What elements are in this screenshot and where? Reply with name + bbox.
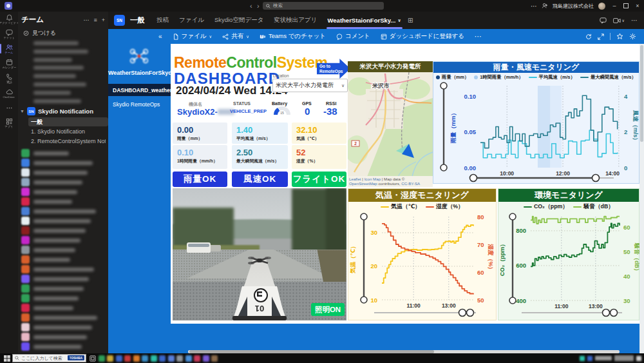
ok-button-0[interactable]: 雨量OK bbox=[173, 172, 227, 187]
tab-Skydio空間データ[interactable]: Skydio空間データ bbox=[209, 12, 269, 29]
rail-item-apps[interactable]: アプリ bbox=[0, 115, 18, 130]
taskbar-app-icon[interactable] bbox=[107, 355, 113, 362]
taskbar-app-icon[interactable] bbox=[203, 355, 209, 362]
taskbar-app-icon[interactable] bbox=[151, 355, 157, 362]
rail-item-more[interactable] bbox=[0, 101, 18, 115]
open-chat-icon[interactable] bbox=[600, 17, 607, 24]
y-range-slider-handle[interactable] bbox=[509, 213, 516, 220]
blurred-team-item[interactable] bbox=[21, 246, 75, 254]
taskbar-app-icon[interactable] bbox=[124, 355, 131, 362]
y-range-slider-handle[interactable] bbox=[509, 297, 516, 304]
nav-forward-icon[interactable]: › bbox=[257, 0, 260, 12]
favorite-star-icon[interactable] bbox=[616, 33, 623, 40]
x-range-slider-handle[interactable] bbox=[459, 309, 466, 317]
light-on-button[interactable]: 照明ON bbox=[311, 303, 345, 316]
toolbar-more[interactable]: ⋯ bbox=[475, 32, 482, 41]
task-view-icon[interactable] bbox=[90, 355, 96, 362]
tab-WeatherStaionForSky...[interactable]: WeatherStaionForSky...∨ bbox=[323, 12, 406, 29]
tab-ファイル[interactable]: ファイル bbox=[174, 12, 209, 29]
titlebar-more-icon[interactable]: ⋯ bbox=[531, 3, 537, 10]
teams-more-icon[interactable]: ⋯ bbox=[83, 17, 89, 23]
meet-camera-icon[interactable] bbox=[613, 17, 621, 24]
taskbar-app-icon[interactable] bbox=[211, 355, 218, 362]
taskbar-app-icon[interactable] bbox=[133, 355, 140, 362]
blurred-team-item[interactable] bbox=[21, 168, 88, 177]
fullscreen-icon[interactable] bbox=[598, 34, 604, 40]
tab-投稿[interactable]: 投稿 bbox=[151, 12, 174, 29]
avatar[interactable] bbox=[598, 3, 605, 10]
create-team-icon[interactable]: + bbox=[102, 17, 105, 23]
location-select[interactable]: 米沢大平小水力発電所 ∨ bbox=[272, 79, 348, 92]
notification-center-icon[interactable] bbox=[636, 356, 641, 361]
taskbar-app-icon[interactable] bbox=[185, 355, 192, 362]
taskbar-app-icon[interactable] bbox=[159, 355, 166, 362]
nav-back-icon[interactable]: ‹ bbox=[250, 0, 252, 12]
blurred-team-item[interactable] bbox=[21, 217, 91, 225]
blurred-team-item[interactable] bbox=[21, 323, 92, 331]
y-range-slider-handle[interactable] bbox=[440, 83, 447, 89]
tabbar-more-icon[interactable]: ⋯ bbox=[631, 17, 638, 24]
blurred-team-item[interactable] bbox=[21, 342, 82, 351]
taskbar-app-icon[interactable] bbox=[116, 355, 122, 362]
settings-gear-icon[interactable] bbox=[629, 33, 636, 40]
maximize-button[interactable] bbox=[623, 3, 629, 8]
minimize-button[interactable]: – bbox=[610, 3, 619, 9]
blurred-team-item[interactable] bbox=[21, 304, 73, 312]
blurred-team-item[interactable] bbox=[21, 284, 84, 293]
y-range-slider-handle[interactable] bbox=[440, 164, 447, 171]
rail-item-onedrive[interactable]: OneDrive bbox=[0, 86, 18, 101]
blurred-team-item[interactable] bbox=[21, 313, 97, 322]
add-person-icon[interactable] bbox=[542, 3, 548, 9]
close-button[interactable]: × bbox=[633, 3, 642, 9]
tray-icon[interactable] bbox=[587, 356, 592, 361]
rail-item-activity[interactable]: アクティビティ bbox=[0, 12, 18, 26]
rail-item-teams[interactable]: チーム bbox=[0, 41, 18, 56]
add-tab-icon[interactable]: ⊞ bbox=[408, 17, 413, 24]
blurred-team-item[interactable] bbox=[21, 149, 69, 157]
sidebar-item-dashboard[interactable]: DASHBOARD_weather_stati... bbox=[108, 84, 171, 96]
blurred-team-item[interactable] bbox=[21, 236, 80, 244]
taskbar-app-icon[interactable] bbox=[168, 355, 175, 362]
toolbar-file-menu[interactable]: ファイル∨ bbox=[173, 32, 213, 41]
taskbar-search-input[interactable]: ここに入力して検索 TOSHIBA bbox=[12, 354, 86, 362]
blurred-team-item[interactable] bbox=[21, 207, 96, 215]
taskbar-app-icon[interactable] bbox=[194, 355, 200, 362]
blurred-team-item[interactable] bbox=[21, 159, 93, 167]
attribution-link[interactable]: Leaflet bbox=[349, 177, 361, 181]
rail-item-chat[interactable]: チャット bbox=[0, 26, 18, 41]
toolbar-share-menu[interactable]: 共有∨ bbox=[222, 32, 249, 41]
toolbar-comments[interactable]: コメント bbox=[336, 32, 370, 41]
blurred-team-item[interactable] bbox=[21, 255, 70, 264]
taskbar-app-icon[interactable] bbox=[142, 355, 148, 362]
y-range-slider-handle[interactable] bbox=[361, 213, 367, 220]
toolbar-register-dashboard[interactable]: ダッシュボードに登録する bbox=[381, 32, 464, 41]
x-range-slider-handle[interactable] bbox=[470, 175, 477, 182]
attribution-link[interactable]: Icon Map bbox=[365, 177, 381, 181]
tray-icon[interactable] bbox=[580, 356, 585, 361]
meet-caret-icon[interactable]: ∨ bbox=[622, 18, 625, 23]
x-range-slider-handle[interactable] bbox=[467, 309, 474, 317]
blurred-team-item[interactable] bbox=[21, 275, 89, 283]
ok-button-2[interactable]: フライトOK bbox=[292, 172, 346, 187]
channel-item[interactable]: 2. RemoteControlSystem Notification bbox=[31, 137, 106, 146]
start-button[interactable] bbox=[4, 355, 10, 362]
search-input[interactable]: 検索 bbox=[263, 2, 384, 10]
blurred-team-item[interactable] bbox=[21, 188, 77, 196]
rail-item-calendar[interactable]: カレンダー bbox=[0, 56, 18, 71]
attribution-link[interactable]: CC-BY-SA bbox=[401, 181, 420, 186]
channel-item[interactable]: 1. Skydio Notification bbox=[31, 127, 106, 136]
y-range-slider-handle[interactable] bbox=[361, 297, 367, 303]
tab-変状検出アプリ[interactable]: 変状検出アプリ bbox=[269, 12, 322, 29]
taskbar-app-icon[interactable] bbox=[99, 355, 105, 362]
attribution-link[interactable]: OpenStreetMap bbox=[349, 181, 377, 186]
x-range-slider-handle[interactable] bbox=[592, 175, 600, 182]
filter-icon[interactable]: ≡ bbox=[93, 17, 97, 23]
blurred-team-item[interactable] bbox=[21, 178, 82, 186]
blurred-team-item[interactable] bbox=[21, 265, 94, 273]
vertical-scrollbar[interactable] bbox=[639, 44, 644, 353]
refresh-icon[interactable] bbox=[585, 34, 592, 40]
blurred-team-item[interactable] bbox=[21, 197, 72, 206]
blurred-team-item[interactable] bbox=[21, 226, 86, 235]
ok-button-1[interactable]: 風速OK bbox=[232, 172, 288, 187]
taskbar-app-icon[interactable] bbox=[176, 355, 183, 362]
